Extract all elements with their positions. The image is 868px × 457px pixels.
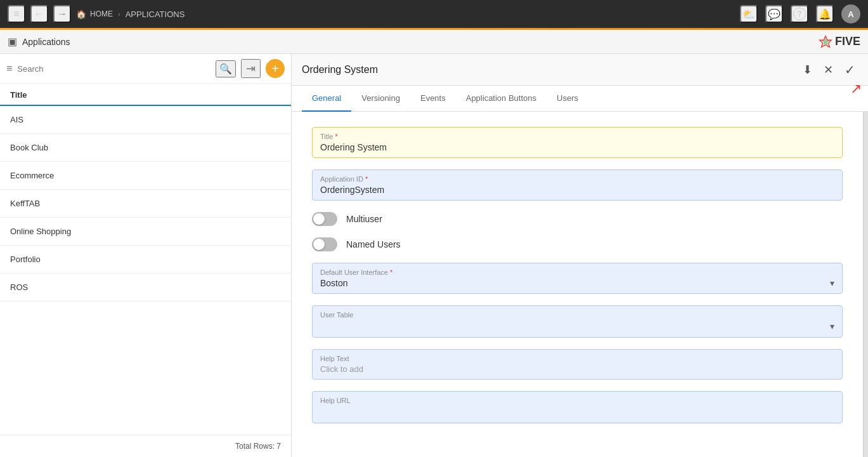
help-url-label: Help URL [320,397,834,404]
help-text-label: Help Text [320,355,834,362]
content-scrollbar[interactable] [863,112,868,457]
add-icon: + [271,62,279,76]
sidebar-item-portfolio[interactable]: Portfolio [0,246,291,274]
app-id-value[interactable]: OrderingSystem [320,185,834,195]
help-text-click-to-add[interactable]: Click to add [320,364,834,374]
content-title: Ordering System [302,64,800,76]
forward-button[interactable]: → [53,5,71,23]
add-button[interactable]: + [266,59,285,78]
content-header: Ordering System ⬇ ✕ ✓ [292,54,868,86]
sub-header-title: Applications [22,37,70,47]
multiuser-toggle[interactable] [312,212,337,226]
help-url-value[interactable] [320,406,834,418]
chat-icon: 💬 [768,8,781,20]
nav-right: ⛅ 💬 ? 🔔 A [740,4,860,23]
sidebar-item-label: AIS [10,115,23,124]
help-url-field-group: Help URL [312,391,843,423]
default-ui-required: * [390,268,392,276]
search-input[interactable] [17,64,211,74]
tab-general-label: General [312,93,341,103]
content-panel: Ordering System ⬇ ✕ ✓ ↗ General [292,54,868,457]
five-logo-icon [819,35,832,49]
sidebar-item-ros[interactable]: ROS [0,274,291,301]
back-button[interactable]: ← [30,5,48,23]
help-button[interactable]: ? [791,5,808,23]
sidebar-item-label: Online Shopping [10,227,71,236]
tab-users-label: Users [557,93,578,103]
title-field-group: Title * Ordering System [312,127,843,158]
named-users-knob [313,239,325,250]
five-logo-text: FIVE [835,35,860,48]
form-area: Title * Ordering System Application ID *… [292,112,868,457]
tab-users[interactable]: Users [547,86,588,112]
menu-button[interactable]: ≡ [8,5,25,23]
sidebar-footer: Total Rows: 7 [0,435,291,457]
tab-application-buttons[interactable]: Application Buttons [456,86,547,112]
search-button[interactable]: 🔍 [216,60,236,77]
avatar[interactable]: A [841,4,860,23]
help-text-field[interactable]: Help Text Click to add [312,349,843,380]
search-icon: 🔍 [219,63,232,74]
help-text-field-group: Help Text Click to add [312,349,843,380]
save-button[interactable]: ✓ [842,60,858,80]
login-button[interactable]: ⇥ [241,59,261,78]
named-users-toggle[interactable] [312,237,337,251]
app-id-required: * [365,175,368,183]
sidebar-item-ais[interactable]: AIS [0,106,291,134]
form-content: Title * Ordering System Application ID *… [292,112,863,457]
home-label: HOME [90,10,113,18]
tab-general[interactable]: General [302,86,351,112]
notifications-button[interactable]: 🔔 [816,5,834,23]
tab-versioning[interactable]: Versioning [351,86,410,112]
sidebar-item-online-shopping[interactable]: Online Shopping [0,218,291,246]
tabs-bar: General Versioning Events Application Bu… [292,86,868,112]
five-logo: FIVE [819,35,860,49]
multiuser-row: Multiuser [312,212,843,226]
bell-icon: 🔔 [819,8,831,20]
chevron-down-icon: ▾ [830,278,834,288]
home-icon: 🏠 [76,10,86,19]
sidebar-toolbar: ≡ 🔍 ⇥ + [0,54,291,84]
menu-icon: ≡ [13,8,19,20]
breadcrumb-chevron-1: › [118,10,120,18]
user-table-field-group: User Table ▾ [312,305,843,338]
sub-header: ▣ Applications FIVE [0,30,868,54]
tab-versioning-label: Versioning [361,93,400,103]
toggle-knob [313,213,325,225]
download-icon: ⬇ [803,63,812,76]
main-layout: ≡ 🔍 ⇥ + Title AIS Book Club Ecommerce [0,54,868,457]
back-icon: ← [34,8,44,20]
filter-icon: ≡ [6,63,12,74]
content-actions: ⬇ ✕ ✓ [800,60,858,80]
download-button[interactable]: ⬇ [800,60,815,79]
sidebar-list: Title AIS Book Club Ecommerce KeffTAB On… [0,84,291,435]
help-icon: ? [793,8,806,20]
user-table-chevron-icon: ▾ [830,321,834,331]
close-icon: ✕ [824,63,833,76]
sidebar: ≡ 🔍 ⇥ + Title AIS Book Club Ecommerce [0,54,292,457]
title-value[interactable]: Ordering System [320,142,834,152]
default-ui-field-group: Default User Interface * Boston ▾ [312,263,843,294]
home-nav[interactable]: 🏠 HOME [76,10,113,19]
top-nav-bar: ≡ ← → 🏠 HOME › APPLICATIONS ⛅ 💬 ? 🔔 A [0,0,868,28]
title-required: * [335,133,337,140]
named-users-row: Named Users [312,237,843,251]
sidebar-item-kefftab[interactable]: KeffTAB [0,190,291,218]
tab-events[interactable]: Events [410,86,456,112]
named-users-label: Named Users [346,239,401,249]
sidebar-item-label: KeffTAB [10,199,40,208]
sidebar-item-bookclub[interactable]: Book Club [0,134,291,162]
app-id-label: Application ID * [320,175,834,183]
sidebar-item-label: Ecommerce [10,171,54,180]
sidebar-item-ecommerce[interactable]: Ecommerce [0,162,291,190]
sidebar-column-header: Title [0,84,291,106]
close-button[interactable]: ✕ [821,60,836,79]
sidebar-toggle-icon[interactable]: ▣ [8,36,17,48]
cloud-button[interactable]: ⛅ [740,5,758,23]
user-table-label: User Table [320,311,834,319]
login-icon: ⇥ [246,62,256,75]
cloud-icon: ⛅ [742,8,755,20]
default-ui-select-row[interactable]: Boston ▾ [320,278,834,288]
user-table-select-row[interactable]: ▾ [320,321,834,332]
chat-button[interactable]: 💬 [765,5,783,23]
